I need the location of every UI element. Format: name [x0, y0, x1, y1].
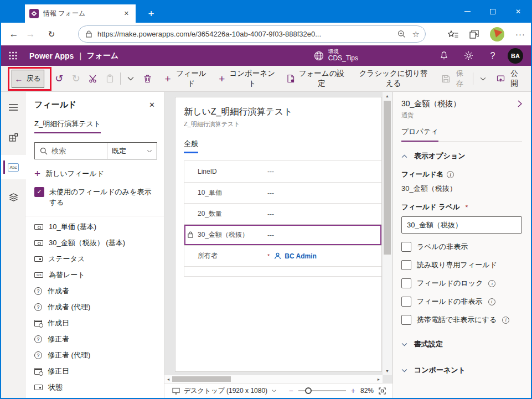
- tab-properties[interactable]: プロパティ: [401, 127, 438, 142]
- scrollbar-thumb[interactable]: [172, 376, 231, 382]
- minimize-button[interactable]: [454, 0, 480, 23]
- checkbox-checked-icon[interactable]: ✓: [34, 187, 44, 197]
- form-settings-button[interactable]: フォームの設定: [281, 69, 350, 88]
- field-list-item[interactable]: 10_単価 (基本): [34, 219, 157, 235]
- show-unused-checkbox-row[interactable]: ✓ 未使用のフィールドのみを表示する: [34, 187, 157, 208]
- save-button[interactable]: 保存: [436, 69, 471, 88]
- zoom-out-icon[interactable]: [397, 30, 406, 38]
- new-tab-button[interactable]: +: [143, 4, 159, 23]
- canvas-horizontal-scrollbar[interactable]: ◄ ►: [164, 375, 383, 383]
- chevron-right-icon[interactable]: [518, 100, 522, 107]
- field-list-item[interactable]: 作成日: [34, 315, 157, 331]
- save-split-chevron-icon[interactable]: [475, 69, 491, 88]
- switch-to-classic-button[interactable]: クラシックに切り替える: [350, 69, 437, 88]
- checkbox-unchecked-icon[interactable]: [401, 242, 411, 252]
- checkbox-unchecked-icon[interactable]: [401, 260, 411, 270]
- field-list-item[interactable]: 30_金額（税抜） (基本): [34, 235, 157, 251]
- collections-icon[interactable]: [469, 30, 479, 39]
- info-icon[interactable]: i: [488, 298, 495, 305]
- back-nav-icon[interactable]: ←: [6, 26, 22, 43]
- property-checkbox-row[interactable]: 携帯電話で非表示にする i: [401, 315, 522, 325]
- scrollbar-thumb[interactable]: [384, 101, 391, 255]
- redo-icon[interactable]: ↻: [68, 69, 85, 88]
- field-list-item[interactable]: 状態: [34, 380, 157, 396]
- waffle-icon[interactable]: [9, 51, 17, 60]
- back-button[interactable]: ← 戻る: [12, 70, 44, 88]
- fields-nav-icon[interactable]: Abc: [1, 155, 25, 179]
- tab-close-icon[interactable]: ✕: [122, 9, 131, 18]
- checkbox-unchecked-icon[interactable]: [401, 315, 411, 325]
- scroll-left-icon[interactable]: ◄: [164, 377, 172, 381]
- scroll-down-icon[interactable]: ▼: [383, 367, 392, 375]
- more-commands-chevron-icon[interactable]: [122, 69, 139, 88]
- settings-more-icon[interactable]: ···: [515, 29, 525, 39]
- components-section-header[interactable]: コンポーネント: [401, 365, 522, 375]
- property-checkbox-row[interactable]: 読み取り専用フィールド i: [401, 260, 522, 270]
- field-filter-dropdown[interactable]: 既定: [107, 143, 157, 159]
- fields-panel-close-icon[interactable]: ✕: [147, 100, 157, 110]
- brand-name[interactable]: Power Apps: [29, 51, 74, 60]
- field-list-item[interactable]: ステータス: [34, 251, 157, 267]
- paste-icon[interactable]: [101, 69, 118, 88]
- scroll-right-icon[interactable]: ►: [375, 377, 383, 381]
- form-tab-general[interactable]: 全般: [184, 139, 198, 153]
- formatting-section-header[interactable]: 書式設定: [401, 339, 522, 349]
- settings-gear-icon[interactable]: [460, 51, 477, 60]
- maximize-button[interactable]: [480, 0, 505, 23]
- fit-to-screen-icon[interactable]: [379, 387, 386, 395]
- add-favorite-star-icon[interactable]: ☆: [412, 29, 420, 39]
- add-component-button[interactable]: + コンポーネント: [213, 69, 281, 88]
- field-list-item[interactable]: ? 修正者: [34, 331, 157, 348]
- form-field-row[interactable]: LineID ---: [184, 161, 381, 182]
- field-label-input[interactable]: [401, 216, 522, 234]
- publish-button[interactable]: 公開: [491, 69, 525, 88]
- search-input[interactable]: [51, 147, 99, 155]
- form-field-row[interactable]: 10_単価 ---: [184, 182, 381, 203]
- info-icon[interactable]: i: [488, 280, 495, 287]
- address-bar[interactable]: https://make.powerapps.com/e/3654226a-10…: [78, 25, 426, 43]
- device-preview-dropdown[interactable]: デスクトップ (1920 x 1080): [172, 386, 277, 396]
- components-nav-icon[interactable]: [1, 125, 25, 149]
- property-checkbox-row[interactable]: フィールドのロック i: [401, 278, 522, 288]
- canvas-vertical-scrollbar[interactable]: ▲ ▼: [383, 92, 392, 375]
- property-checkbox-row[interactable]: フィールドの非表示 i: [401, 297, 522, 307]
- help-icon[interactable]: ?: [484, 51, 501, 61]
- field-list-item[interactable]: ? 作成者 (代理): [34, 299, 157, 315]
- zoom-slider-knob[interactable]: [305, 387, 312, 394]
- user-avatar[interactable]: BA: [508, 48, 523, 64]
- zoom-out-button[interactable]: −: [289, 386, 293, 395]
- favorites-hub-icon[interactable]: [448, 30, 458, 39]
- checkbox-unchecked-icon[interactable]: [401, 278, 411, 288]
- browser-tab[interactable]: 情報 フォーム ✕: [25, 4, 136, 23]
- zoom-in-button[interactable]: +: [351, 386, 355, 395]
- environment-picker[interactable]: 環境 CDS_Tips: [314, 49, 358, 63]
- undo-icon[interactable]: ↺: [51, 69, 68, 88]
- cut-icon[interactable]: [85, 69, 102, 88]
- display-options-section-header[interactable]: 表示オプション: [401, 151, 522, 161]
- hamburger-menu-icon[interactable]: [1, 95, 25, 120]
- info-icon[interactable]: i: [502, 317, 509, 324]
- scroll-up-icon[interactable]: ▲: [383, 92, 392, 100]
- form-field-row[interactable]: 30_金額（税抜） ---: [184, 224, 381, 245]
- field-list-item[interactable]: 修正日: [34, 364, 157, 380]
- zoom-slider[interactable]: [298, 390, 346, 391]
- field-list-item[interactable]: ? 作成者: [34, 283, 157, 299]
- tree-view-nav-icon[interactable]: [1, 185, 25, 209]
- field-list-item[interactable]: 123 為替レート: [34, 267, 157, 283]
- close-button[interactable]: ✕: [505, 0, 531, 23]
- delete-trash-icon[interactable]: [139, 69, 156, 88]
- add-field-button[interactable]: + フィールド: [159, 69, 213, 88]
- field-list-item[interactable]: ? 修正者 (代理): [34, 348, 157, 364]
- profile-avatar[interactable]: [490, 27, 504, 42]
- form-field-row[interactable]: 所有者 * BC Admin: [184, 245, 381, 266]
- forward-nav-icon[interactable]: →: [22, 26, 39, 43]
- form-field-row[interactable]: 20_数量 ---: [184, 203, 381, 224]
- owner-link[interactable]: BC Admin: [274, 252, 317, 260]
- property-checkbox-row[interactable]: ラベルの非表示 i: [401, 242, 522, 252]
- checkbox-unchecked-icon[interactable]: [401, 297, 411, 307]
- refresh-icon[interactable]: ↻: [43, 26, 60, 43]
- info-icon[interactable]: i: [447, 171, 454, 178]
- notifications-bell-icon[interactable]: [436, 51, 452, 60]
- new-field-button[interactable]: + 新しいフィールド: [34, 168, 157, 179]
- field-list-item[interactable]: ? 通貨: [34, 396, 157, 398]
